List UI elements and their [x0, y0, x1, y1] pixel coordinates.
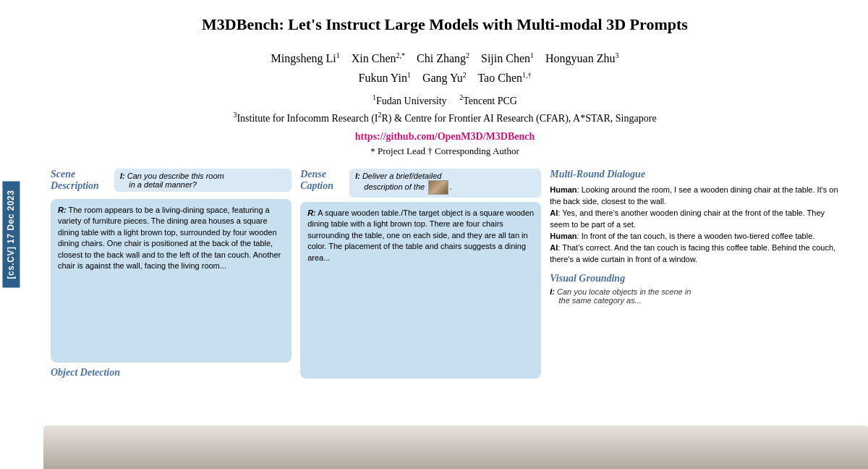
authors-line2: Fukun Yin1 Gang Yu2 Tao Chen1,† [358, 72, 531, 84]
affiliation1: 1Fudan University [373, 96, 447, 106]
visual-grounding-title: Visual Grounding [550, 273, 839, 284]
authors-block: Mingsheng Li1 Xin Chen2,* Chi Zhang2 Sij… [51, 48, 839, 88]
affiliation2: 2Tencent PCG [459, 96, 517, 106]
object-detection-title: Object Detection [51, 367, 292, 379]
panels-row: SceneDescription I: Can you describe thi… [51, 169, 839, 379]
speaker-ai-2: AI [550, 243, 558, 252]
image-thumbnail [428, 180, 448, 195]
github-link[interactable]: https://github.com/OpenM3D/M3DBench [51, 131, 839, 143]
side-label-wrapper: [cs.CV] 17 Dec 2023 [0, 0, 22, 469]
affiliations-block: 1Fudan University 2Tencent PCG 3Institut… [51, 92, 839, 127]
affiliation3: 3Institute for Infocomm Research (I2R) &… [233, 113, 656, 124]
scene-description-panel: SceneDescription I: Can you describe thi… [51, 169, 292, 379]
dialogue-content: Human: Looking around the room, I see a … [550, 185, 839, 266]
speaker-ai-1: AI [550, 208, 558, 217]
speaker-human-2: Human [550, 232, 576, 240]
dialogue-line-2: : Yes, and there's another wooden dining… [550, 208, 825, 229]
dense-caption-title: DenseCaption [300, 169, 344, 192]
dense-instruction-bubble: I: Deliver a brief/detailed description … [349, 169, 541, 198]
scene-description-title: SceneDescription [51, 169, 109, 192]
dialogue-title: Multi-Round Dialogue [550, 169, 839, 180]
dense-caption-panel: DenseCaption I: Deliver a brief/detailed… [300, 169, 541, 379]
paper-title: M3DBench: Let's Instruct Large Models wi… [51, 14, 839, 35]
main-content: M3DBench: Let's Instruct Large Models wi… [22, 0, 868, 469]
visual-grounding-instruction: I: Can you locate objects in the scene i… [550, 287, 839, 305]
dense-response: R: A square wooden table./The target obj… [300, 202, 541, 379]
dialogue-line-4: : That's correct. And the tan couch is f… [550, 243, 835, 263]
arxiv-side-label: [cs.CV] 17 Dec 2023 [2, 182, 20, 288]
footnote-line: * Project Lead † Corresponding Author [51, 145, 839, 157]
scene-instruction-bubble: I: Can you describe this room in a detai… [114, 169, 292, 192]
scene-response: R: The room appears to be a living-dinin… [51, 199, 292, 363]
authors-line1: Mingsheng Li1 Xin Chen2,* Chi Zhang2 Sij… [271, 52, 619, 64]
multi-round-dialogue-panel: Multi-Round Dialogue Human: Looking arou… [550, 169, 839, 379]
background-scene [43, 426, 868, 469]
speaker-human-1: Human [550, 185, 576, 194]
dialogue-line-3: : In front of the tan couch, is there a … [577, 232, 815, 240]
dialogue-line-1: : Looking around the room, I see a woode… [550, 185, 838, 206]
